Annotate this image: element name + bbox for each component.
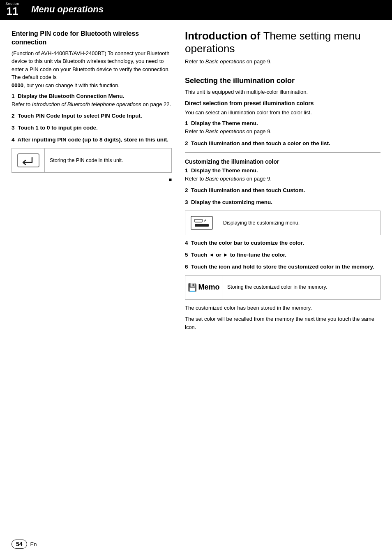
memo-label-inner: 💾 Memo [188, 283, 220, 292]
custom-step-3-label: 3 Display the customizing menu. [185, 199, 380, 206]
custom-step-5: 5 Touch ◄ or ► to fine-tune the color. [185, 251, 380, 259]
left-intro: (Function of AVH-4400BT/AVH-2400BT) To c… [12, 49, 172, 90]
custom-step-6-label: 6 Touch the icon and hold to store the c… [185, 263, 380, 271]
custom-step-1-body: Refer to Basic operations on page 9. [185, 175, 380, 183]
divider-2 [185, 153, 380, 153]
divider-1 [185, 71, 380, 71]
custom-step-3: 3 Display the customizing menu. [185, 199, 380, 206]
step-1-body: Refer to Introduction of Bluetooth telep… [12, 100, 172, 109]
svg-rect-4 [195, 224, 209, 227]
custom-step-4-label: 4 Touch the color bar to customize the c… [185, 239, 380, 247]
step-3: 3 Touch 1 to 0 to input pin code. [12, 124, 172, 132]
direct-step-1-label: 1 Display the Theme menu. [185, 120, 380, 127]
selecting-heading: Selecting the illumination color [185, 76, 380, 86]
header-bar: Section 11 Menu operations [0, 0, 392, 20]
page-number: 54 [12, 540, 27, 549]
custom-step-2-label: 2 Touch Illumination and then touch Cust… [185, 187, 380, 195]
custom-step-5-label: 5 Touch ◄ or ► to fine-tune the color. [185, 251, 380, 259]
custom-note-box: Displaying the customizing menu. [185, 211, 380, 235]
right-column: Introduction of Theme setting menu opera… [185, 30, 380, 334]
custom-step-4: 4 Touch the color bar to customize the c… [185, 239, 380, 247]
svg-rect-1 [191, 216, 212, 229]
header-title: Menu operations [31, 4, 104, 15]
step-4: 4 After inputting PIN code (up to 8 digi… [12, 136, 172, 144]
memo-save-icon: 💾 [188, 283, 197, 292]
svg-marker-3 [204, 219, 206, 222]
custom-menu-icon [191, 216, 213, 230]
step-4-label: 4 After inputting PIN code (up to 8 digi… [12, 136, 172, 144]
memo-box: 💾 Memo Storing the customized color in t… [185, 275, 380, 300]
footer: 54 En [12, 540, 37, 549]
left-intro-text: (Function of AVH-4400BT/AVH-2400BT) To c… [12, 50, 170, 81]
custom-step-2: 2 Touch Illumination and then touch Cust… [185, 187, 380, 195]
main-content: Entering PIN code for Bluetooth wireless… [0, 20, 392, 344]
memo-word: Memo [198, 283, 220, 292]
step-1-label: 1 Display the Bluetooth Connection Menu. [12, 93, 172, 100]
pin-note-icon-area [12, 148, 45, 172]
customizing-heading: Customizing the illumination color [185, 158, 380, 165]
step-2: 2 Touch PIN Code Input to select PIN Cod… [12, 112, 172, 120]
memo-text: Storing the customized color in the memo… [222, 276, 380, 299]
outro-text-2: The set color will be recalled from the … [185, 315, 380, 331]
default-code: 0000 [12, 82, 23, 88]
right-main-heading: Introduction of Theme setting menu opera… [185, 30, 380, 55]
step-1: 1 Display the Bluetooth Connection Menu.… [12, 93, 172, 108]
left-intro-text2: , but you can change it with this functi… [23, 82, 120, 88]
memo-label-area: 💾 Memo [185, 276, 222, 299]
pin-note-box: Storing the PIN code in this unit. [12, 148, 172, 173]
custom-step-1: 1 Display the Theme menu. Refer to Basic… [185, 167, 380, 183]
custom-note-text: Displaying the customizing menu. [218, 211, 380, 235]
language-label: En [30, 541, 37, 547]
custom-step-6: 6 Touch the icon and hold to store the c… [185, 263, 380, 271]
left-column: Entering PIN code for Bluetooth wireless… [12, 30, 172, 334]
left-main-heading: Entering PIN code for Bluetooth wireless… [12, 30, 172, 47]
direct-step-2: 2 Touch Illumination and then touch a co… [185, 140, 380, 148]
custom-step-1-label: 1 Display the Theme menu. [185, 167, 380, 175]
direct-step-1-body: Refer to Basic operations on page 9. [185, 127, 380, 136]
direct-heading: Direct selection from preset illuminatio… [185, 100, 380, 107]
heading-intro: Introduction of [185, 30, 263, 42]
custom-note-icon-area [185, 211, 218, 235]
svg-rect-0 [18, 154, 39, 167]
direct-step-1: 1 Display the Theme menu. Refer to Basic… [185, 120, 380, 135]
outro-text-1: The customized color has been stored in … [185, 304, 380, 312]
enter-key-icon [17, 153, 39, 167]
svg-rect-2 [195, 219, 202, 222]
section-num: 11 [7, 6, 18, 16]
bullet-marker: ■ [12, 177, 172, 183]
direct-body: You can select an illumination color fro… [185, 109, 380, 117]
direct-step-2-label: 2 Touch Illumination and then touch a co… [185, 140, 380, 148]
pin-note-text: Storing the PIN code in this unit. [45, 148, 171, 172]
step-3-label: 3 Touch 1 to 0 to input pin code. [12, 124, 172, 132]
header-title-box: Menu operations [25, 0, 392, 19]
right-refer-text: Refer to Basic operations on page 9. [185, 58, 380, 66]
step-2-label: 2 Touch PIN Code Input to select PIN Cod… [12, 112, 172, 120]
section-label: Section 11 [0, 0, 25, 19]
selecting-intro: This unit is equipped with multiple-colo… [185, 88, 380, 96]
